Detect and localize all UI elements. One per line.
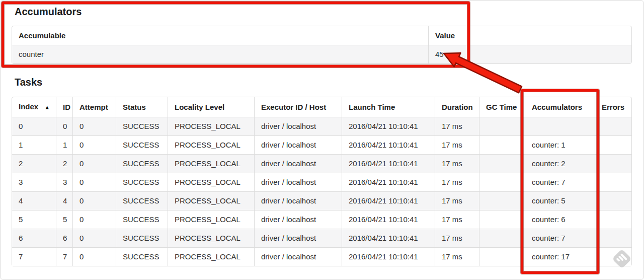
task-executor-cell: driver / localhost bbox=[254, 210, 342, 229]
task-duration-cell: 17 ms bbox=[435, 210, 479, 229]
task-errors-cell bbox=[595, 154, 631, 173]
task-launch-time-cell: 2016/04/21 10:10:41 bbox=[342, 117, 435, 135]
task-executor-cell: driver / localhost bbox=[254, 229, 342, 247]
errors-column-header[interactable]: Errors bbox=[595, 97, 631, 117]
task-attempt-cell: 0 bbox=[72, 191, 116, 210]
accumulator-row: counter 45 bbox=[12, 45, 631, 63]
task-accumulators-cell bbox=[525, 117, 595, 135]
task-locality-cell: PROCESS_LOCAL bbox=[168, 173, 254, 191]
task-status-cell: SUCCESS bbox=[116, 173, 168, 191]
sort-ascending-icon: ▲ bbox=[44, 104, 50, 110]
task-launch-time-cell: 2016/04/21 10:10:41 bbox=[342, 135, 435, 154]
task-id-cell: 7 bbox=[56, 247, 72, 266]
id-column-header[interactable]: ID bbox=[56, 97, 72, 117]
task-launch-time-cell: 2016/04/21 10:10:41 bbox=[342, 191, 435, 210]
task-row: 3 3 0 SUCCESS PROCESS_LOCAL driver / loc… bbox=[12, 173, 631, 191]
task-locality-cell: PROCESS_LOCAL bbox=[168, 247, 254, 266]
feedly-watermark-icon bbox=[611, 248, 632, 269]
task-attempt-cell: 0 bbox=[72, 229, 116, 247]
task-status-cell: SUCCESS bbox=[116, 229, 168, 247]
task-duration-cell: 17 ms bbox=[435, 135, 479, 154]
index-column-header-label: Index bbox=[19, 102, 38, 111]
task-executor-cell: driver / localhost bbox=[254, 247, 342, 266]
task-index-cell: 6 bbox=[12, 229, 56, 247]
task-row: 5 5 0 SUCCESS PROCESS_LOCAL driver / loc… bbox=[12, 210, 631, 229]
task-errors-cell bbox=[595, 135, 631, 154]
task-launch-time-cell: 2016/04/21 10:10:41 bbox=[342, 247, 435, 266]
task-status-cell: SUCCESS bbox=[116, 135, 168, 154]
task-executor-cell: driver / localhost bbox=[254, 154, 342, 173]
task-status-cell: SUCCESS bbox=[116, 117, 168, 135]
task-accumulators-cell: counter: 5 bbox=[525, 191, 595, 210]
task-row: 0 0 0 SUCCESS PROCESS_LOCAL driver / loc… bbox=[12, 117, 631, 135]
task-launch-time-cell: 2016/04/21 10:10:41 bbox=[342, 210, 435, 229]
task-accumulators-cell: counter: 6 bbox=[525, 210, 595, 229]
task-row: 1 1 0 SUCCESS PROCESS_LOCAL driver / loc… bbox=[12, 135, 631, 154]
task-id-cell: 5 bbox=[56, 210, 72, 229]
task-id-cell: 6 bbox=[56, 229, 72, 247]
executor-id-host-column-header[interactable]: Executor ID / Host bbox=[254, 97, 342, 117]
task-gc-time-cell bbox=[479, 229, 525, 247]
task-status-cell: SUCCESS bbox=[116, 210, 168, 229]
task-row: 4 4 0 SUCCESS PROCESS_LOCAL driver / loc… bbox=[12, 191, 631, 210]
launch-time-column-header[interactable]: Launch Time bbox=[342, 97, 435, 117]
task-locality-cell: PROCESS_LOCAL bbox=[168, 117, 254, 135]
task-index-cell: 0 bbox=[12, 117, 56, 135]
accumulable-name-cell: counter bbox=[12, 45, 428, 63]
accumulable-value-cell: 45 bbox=[428, 45, 631, 63]
task-gc-time-cell bbox=[479, 117, 525, 135]
task-id-cell: 4 bbox=[56, 191, 72, 210]
index-column-header[interactable]: Index▲ bbox=[12, 97, 56, 117]
attempt-column-header[interactable]: Attempt bbox=[72, 97, 116, 117]
spark-stage-page: Accumulators Accumulable Value counter 4… bbox=[0, 0, 644, 280]
task-gc-time-cell bbox=[479, 135, 525, 154]
task-errors-cell bbox=[595, 229, 631, 247]
accumulable-column-header[interactable]: Accumulable bbox=[12, 26, 428, 45]
task-id-cell: 1 bbox=[56, 135, 72, 154]
task-locality-cell: PROCESS_LOCAL bbox=[168, 154, 254, 173]
task-id-cell: 0 bbox=[56, 117, 72, 135]
task-gc-time-cell bbox=[479, 210, 525, 229]
tasks-table: Index▲ ID Attempt Status Locality Level … bbox=[12, 97, 632, 266]
task-errors-cell bbox=[595, 191, 631, 210]
task-gc-time-cell bbox=[479, 247, 525, 266]
task-executor-cell: driver / localhost bbox=[254, 191, 342, 210]
task-attempt-cell: 0 bbox=[72, 135, 116, 154]
task-locality-cell: PROCESS_LOCAL bbox=[168, 229, 254, 247]
task-duration-cell: 17 ms bbox=[435, 247, 479, 266]
task-accumulators-cell: counter: 17 bbox=[525, 247, 595, 266]
task-locality-cell: PROCESS_LOCAL bbox=[168, 210, 254, 229]
task-accumulators-cell: counter: 7 bbox=[525, 173, 595, 191]
task-row: 2 2 0 SUCCESS PROCESS_LOCAL driver / loc… bbox=[12, 154, 631, 173]
task-attempt-cell: 0 bbox=[72, 154, 116, 173]
task-launch-time-cell: 2016/04/21 10:10:41 bbox=[342, 173, 435, 191]
task-executor-cell: driver / localhost bbox=[254, 135, 342, 154]
task-errors-cell bbox=[595, 173, 631, 191]
task-row: 7 7 0 SUCCESS PROCESS_LOCAL driver / loc… bbox=[12, 247, 631, 266]
task-status-cell: SUCCESS bbox=[116, 191, 168, 210]
task-accumulators-cell: counter: 7 bbox=[525, 229, 595, 247]
task-duration-cell: 17 ms bbox=[435, 173, 479, 191]
accumulators-column-header[interactable]: Accumulators bbox=[525, 97, 595, 117]
gc-time-column-header[interactable]: GC Time bbox=[479, 97, 525, 117]
task-index-cell: 3 bbox=[12, 173, 56, 191]
task-executor-cell: driver / localhost bbox=[254, 117, 342, 135]
task-duration-cell: 17 ms bbox=[435, 229, 479, 247]
task-status-cell: SUCCESS bbox=[116, 247, 168, 266]
task-locality-cell: PROCESS_LOCAL bbox=[168, 191, 254, 210]
task-duration-cell: 17 ms bbox=[435, 191, 479, 210]
status-column-header[interactable]: Status bbox=[116, 97, 168, 117]
task-index-cell: 1 bbox=[12, 135, 56, 154]
accumulators-table-header-row: Accumulable Value bbox=[12, 26, 631, 45]
task-locality-cell: PROCESS_LOCAL bbox=[168, 135, 254, 154]
task-index-cell: 2 bbox=[12, 154, 56, 173]
task-status-cell: SUCCESS bbox=[116, 154, 168, 173]
task-row: 6 6 0 SUCCESS PROCESS_LOCAL driver / loc… bbox=[12, 229, 631, 247]
locality-level-column-header[interactable]: Locality Level bbox=[168, 97, 254, 117]
task-id-cell: 2 bbox=[56, 154, 72, 173]
value-column-header[interactable]: Value bbox=[428, 26, 631, 45]
task-id-cell: 3 bbox=[56, 173, 72, 191]
accumulators-table: Accumulable Value counter 45 bbox=[12, 26, 632, 64]
duration-column-header[interactable]: Duration bbox=[435, 97, 479, 117]
accumulators-section-heading: Accumulators bbox=[15, 6, 82, 17]
